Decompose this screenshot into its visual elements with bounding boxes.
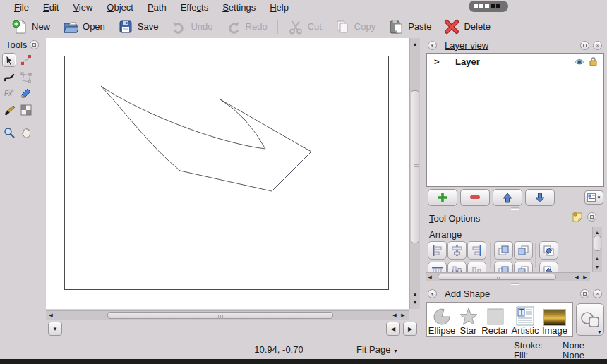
cut-scissors-icon: [288, 19, 304, 35]
previous-page-button[interactable]: [386, 322, 400, 336]
menu-help[interactable]: Help: [263, 1, 296, 15]
align-top-button[interactable]: [428, 262, 447, 272]
scroll-right-icon[interactable]: [399, 311, 407, 320]
page-list-button[interactable]: [48, 322, 62, 336]
layer-view-mode-button[interactable]: [584, 190, 603, 205]
tool-options-vscroll-thumb[interactable]: [594, 236, 601, 251]
shape-item-image[interactable]: Image: [540, 303, 570, 336]
canvas-hscrollbar[interactable]: [46, 310, 409, 320]
select-arrow-tool[interactable]: [2, 53, 16, 67]
cut-button[interactable]: Cut: [282, 17, 328, 37]
shape-item-star[interactable]: Star: [457, 303, 480, 336]
menu-effects[interactable]: Effects: [174, 1, 216, 15]
effects-fx-tool[interactable]: Fx: [2, 86, 16, 100]
shape-item-artistic-text[interactable]: T Artistic: [510, 303, 540, 336]
scroll-up-icon[interactable]: [593, 254, 601, 262]
application-window: File Edit View Object Path Effects Setti…: [0, 0, 607, 364]
ungroup-shapes-button[interactable]: [539, 262, 558, 272]
lower-layer-button[interactable]: [525, 189, 555, 206]
zoom-tool[interactable]: [2, 126, 16, 140]
zoom-mode-select[interactable]: Fit Page: [356, 344, 398, 355]
add-layer-button[interactable]: [428, 189, 457, 206]
scroll-left-icon[interactable]: [572, 273, 581, 281]
ellipse-shape-icon: [433, 308, 451, 326]
docker-splitter[interactable]: [511, 207, 519, 210]
align-center-button[interactable]: [447, 241, 467, 260]
align-bottom-button[interactable]: [467, 262, 486, 272]
add-shape-close-button[interactable]: ×: [593, 289, 602, 298]
chevron-right-icon: [408, 326, 412, 332]
menu-settings[interactable]: Settings: [215, 1, 263, 15]
menu-bar: File Edit View Object Path Effects Setti…: [0, 0, 607, 15]
lower-shape-button[interactable]: [514, 241, 533, 260]
sticky-note-icon[interactable]: [572, 212, 583, 223]
tool-options-hscroll-thumb[interactable]: [438, 274, 556, 280]
group-shapes-icon: [543, 245, 555, 257]
tool-options-hscrollbar[interactable]: [426, 272, 590, 281]
menu-object[interactable]: Object: [100, 1, 140, 15]
chevron-down-icon: [393, 348, 398, 353]
scroll-right-icon[interactable]: [581, 273, 589, 281]
add-shape-collapse-button[interactable]: [428, 289, 437, 298]
node-edit-tool[interactable]: [19, 53, 33, 67]
scroll-down-icon[interactable]: [593, 262, 601, 271]
save-button[interactable]: Save: [112, 17, 165, 37]
align-middle-button[interactable]: [447, 262, 467, 272]
lock-icon[interactable]: [589, 57, 597, 66]
canvas-viewport[interactable]: [46, 38, 409, 309]
layer-row[interactable]: > Layer: [427, 55, 603, 69]
shape-collection-button[interactable]: [576, 303, 604, 336]
pan-hand-tool[interactable]: [19, 126, 33, 140]
send-back-button[interactable]: [514, 262, 533, 272]
align-left-button[interactable]: [428, 241, 447, 260]
calligraphy-brush-tool[interactable]: [2, 103, 16, 117]
delete-button[interactable]: Delete: [438, 17, 497, 37]
layer-name[interactable]: Layer: [455, 56, 480, 67]
undo-button[interactable]: Undo: [164, 17, 219, 37]
curve-tool[interactable]: [2, 71, 16, 85]
shapes-collection-icon: [580, 310, 600, 329]
canvas-hscrollbar-thumb[interactable]: [107, 312, 333, 319]
layer-panel-close-button[interactable]: ×: [593, 41, 602, 50]
raise-shape-button[interactable]: [494, 241, 513, 260]
paste-button[interactable]: Paste: [382, 17, 438, 37]
canvas-vscrollbar[interactable]: [409, 38, 420, 309]
scroll-left-icon[interactable]: [426, 273, 434, 281]
eye-visible-icon[interactable]: [574, 58, 585, 66]
menu-path[interactable]: Path: [140, 1, 174, 15]
align-right-button[interactable]: [467, 241, 486, 260]
scroll-up-icon[interactable]: [411, 40, 419, 48]
open-button[interactable]: Open: [56, 17, 112, 37]
remove-layer-button[interactable]: [460, 189, 490, 206]
shape-handles-tool[interactable]: [19, 71, 33, 85]
next-page-button[interactable]: [403, 322, 417, 336]
raise-layer-button[interactable]: [493, 189, 522, 206]
tools-float-button[interactable]: [30, 40, 39, 49]
tool-options-vscrollbar[interactable]: [592, 227, 602, 272]
redo-button[interactable]: Redo: [220, 17, 274, 37]
scroll-left-icon[interactable]: [47, 311, 55, 320]
shape-item-rectangle[interactable]: Rectar: [480, 303, 510, 336]
canvas-vscrollbar-thumb[interactable]: [411, 90, 419, 243]
layer-panel-collapse-button[interactable]: [428, 41, 437, 50]
group-shapes-button[interactable]: [539, 241, 558, 260]
scroll-down-icon[interactable]: [411, 298, 419, 306]
copy-button[interactable]: Copy: [328, 17, 382, 37]
tool-options-float-button[interactable]: [587, 212, 596, 222]
menu-file[interactable]: File: [7, 1, 36, 15]
swoosh-shape-path[interactable]: [101, 86, 311, 191]
pencil-tool[interactable]: [19, 86, 33, 100]
scroll-left-icon[interactable]: [390, 311, 399, 320]
docker-splitter[interactable]: [511, 283, 519, 285]
shape-item-ellipse[interactable]: Ellipse: [427, 303, 457, 336]
pattern-tool[interactable]: [19, 103, 33, 117]
new-button[interactable]: New: [6, 17, 56, 37]
menu-view[interactable]: View: [66, 1, 100, 15]
layer-panel-float-button[interactable]: [580, 41, 589, 50]
add-shape-float-button[interactable]: [580, 289, 589, 298]
layer-expander[interactable]: >: [434, 56, 440, 67]
scroll-up-icon[interactable]: [411, 289, 419, 298]
stroke-value[interactable]: None: [563, 340, 584, 351]
menu-edit[interactable]: Edit: [36, 1, 66, 15]
bring-front-button[interactable]: [494, 262, 513, 272]
